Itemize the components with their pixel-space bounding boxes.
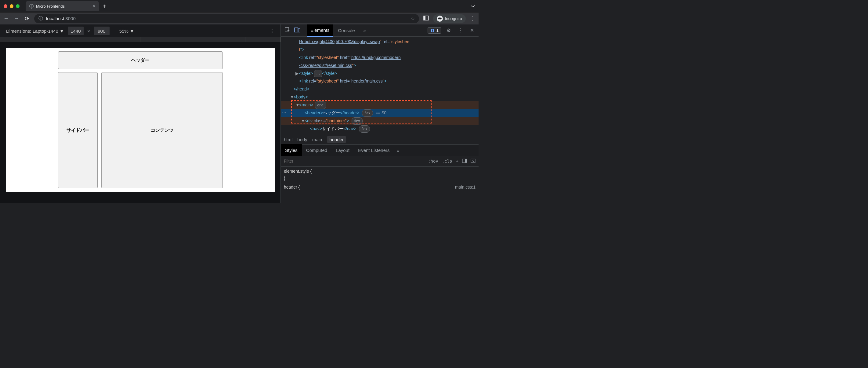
tab-event-listeners[interactable]: Event Listeners: [354, 144, 394, 156]
devtools-menu-icon[interactable]: ⋮: [456, 28, 465, 33]
url-rest: :3000: [64, 16, 76, 21]
dom-line[interactable]: Roboto:wght@400;500;700&display=swap" re…: [281, 38, 478, 46]
site-info-icon[interactable]: ⓘ: [38, 16, 43, 21]
browser-tab[interactable]: Micro Frontends ×: [26, 1, 99, 11]
bookmark-star-icon[interactable]: ☆: [411, 16, 415, 21]
styles-more-icon[interactable]: »: [394, 148, 403, 153]
new-tab-button[interactable]: +: [102, 3, 106, 10]
globe-icon: [29, 4, 34, 8]
window-expand-icon[interactable]: [471, 3, 475, 9]
page-sidebar-box: サイドバー: [58, 72, 98, 188]
tab-console[interactable]: Console: [335, 24, 359, 37]
dom-line-main[interactable]: ▼<main>grid: [281, 101, 478, 109]
device-ruler: [0, 37, 280, 42]
device-toolbar: Dimensions: Laptop-1440 ▼ × 55% ▼ ⋮: [0, 24, 280, 37]
dimension-times: ×: [87, 28, 90, 34]
tab-layout[interactable]: Layout: [332, 144, 354, 156]
svg-rect-6: [432, 29, 433, 31]
tab-elements[interactable]: Elements: [307, 24, 333, 37]
dom-tree[interactable]: Roboto:wght@400;500;700&display=swap" re…: [281, 37, 478, 135]
zoom-select[interactable]: 55% ▼: [119, 28, 134, 34]
dom-breadcrumb[interactable]: html body main header: [281, 135, 478, 145]
maximize-window-icon[interactable]: [16, 4, 20, 8]
styles-rules[interactable]: element.style { } header {main.css:1: [281, 167, 478, 192]
incognito-label: Incognito: [445, 16, 462, 21]
rule-element-style[interactable]: element.style {: [284, 169, 312, 174]
dom-line[interactable]: t">: [281, 46, 478, 54]
svg-rect-1: [424, 16, 426, 20]
forward-icon[interactable]: →: [13, 15, 20, 22]
devtools-close-icon[interactable]: ✕: [468, 28, 476, 33]
dom-line[interactable]: -css-reset/dist/reset.min.css">: [281, 62, 478, 70]
styles-tabbar: Styles Computed Layout Event Listeners »: [281, 145, 478, 156]
incognito-badge: 🕶 Incognito: [433, 15, 466, 23]
crumb-html[interactable]: html: [284, 137, 292, 142]
rule-header[interactable]: header {: [284, 185, 300, 190]
minimize-window-icon[interactable]: [10, 4, 13, 8]
styles-filter-row: :hov .cls +: [281, 156, 478, 167]
viewport-area: ヘッダー サイドバー コンテンツ: [0, 42, 280, 203]
devtools-tabbar: Elements Console » 1 ⚙ ⋮ ✕: [281, 24, 478, 37]
device-toggle-icon[interactable]: [293, 28, 302, 34]
svg-rect-7: [432, 31, 433, 31]
dom-line[interactable]: ▼<body>: [281, 93, 478, 101]
page-content-box: コンテンツ: [101, 72, 223, 188]
tab-more-icon[interactable]: »: [360, 24, 370, 37]
tab-title: Micro Frontends: [36, 4, 65, 8]
window-titlebar: Micro Frontends × +: [0, 0, 478, 12]
svg-rect-3: [294, 28, 298, 32]
dom-line[interactable]: <link rel="stylesheet" href="header/main…: [281, 77, 478, 85]
browser-menu-icon[interactable]: ⋮: [470, 15, 475, 22]
crumb-main[interactable]: main: [312, 137, 322, 142]
dom-line-selected[interactable]: ⋯<header>ヘッダー</header> flex == $0: [281, 109, 478, 117]
settings-gear-icon[interactable]: ⚙: [444, 28, 453, 33]
device-select[interactable]: Dimensions: Laptop-1440 ▼: [6, 28, 64, 34]
computed-panel-icon[interactable]: [462, 159, 467, 164]
close-window-icon[interactable]: [4, 4, 7, 8]
svg-rect-4: [298, 29, 300, 32]
page-viewport[interactable]: ヘッダー サイドバー コンテンツ: [6, 48, 275, 192]
styles-filter-input[interactable]: [284, 159, 424, 164]
url-field[interactable]: ⓘ localhost:3000 ☆: [34, 14, 419, 23]
crumb-header[interactable]: header: [327, 136, 346, 143]
url-toolbar: ← → ⟳ ⓘ localhost:3000 ☆ 🕶 Incognito ⋮: [0, 12, 478, 24]
tab-styles[interactable]: Styles: [281, 144, 302, 156]
cls-toggle[interactable]: .cls: [442, 159, 452, 164]
tab-computed[interactable]: Computed: [302, 144, 332, 156]
device-height-input[interactable]: [94, 27, 110, 35]
close-tab-icon[interactable]: ×: [92, 3, 95, 9]
device-width-input[interactable]: [68, 27, 84, 35]
page-header-box: ヘッダー: [58, 51, 223, 69]
svg-rect-10: [471, 159, 475, 163]
device-preview-pane: Dimensions: Laptop-1440 ▼ × 55% ▼ ⋮ ヘッダー…: [0, 24, 281, 203]
new-rule-icon[interactable]: +: [456, 159, 458, 164]
panel-icon[interactable]: [423, 16, 429, 22]
incognito-icon: 🕶: [437, 16, 443, 22]
devtools-pane: Elements Console » 1 ⚙ ⋮ ✕ Roboto:wght@4…: [281, 24, 478, 203]
dom-line[interactable]: <nav>サイドバー</nav> flex: [281, 125, 478, 133]
svg-rect-9: [465, 159, 467, 163]
inspect-icon[interactable]: [283, 27, 292, 34]
dom-line[interactable]: </head>: [281, 85, 478, 93]
device-more-icon[interactable]: ⋮: [270, 28, 274, 34]
hov-toggle[interactable]: :hov: [428, 159, 438, 164]
dom-line[interactable]: ▶<style>…</style>: [281, 70, 478, 78]
url-host: localhost: [46, 16, 64, 21]
back-icon[interactable]: ←: [3, 15, 9, 22]
rule-source-link[interactable]: main.css:1: [455, 184, 475, 191]
traffic-lights: [4, 4, 20, 8]
issues-badge[interactable]: 1: [428, 27, 441, 34]
sidebar-toggle-icon[interactable]: [471, 159, 475, 164]
dom-line[interactable]: ▼<div class="container"> flex: [281, 117, 478, 125]
crumb-body[interactable]: body: [297, 137, 307, 142]
dom-line[interactable]: <link rel="stylesheet" href="https://unp…: [281, 54, 478, 62]
reload-icon[interactable]: ⟳: [24, 15, 30, 22]
browser-tabbar: Micro Frontends × +: [26, 1, 471, 11]
